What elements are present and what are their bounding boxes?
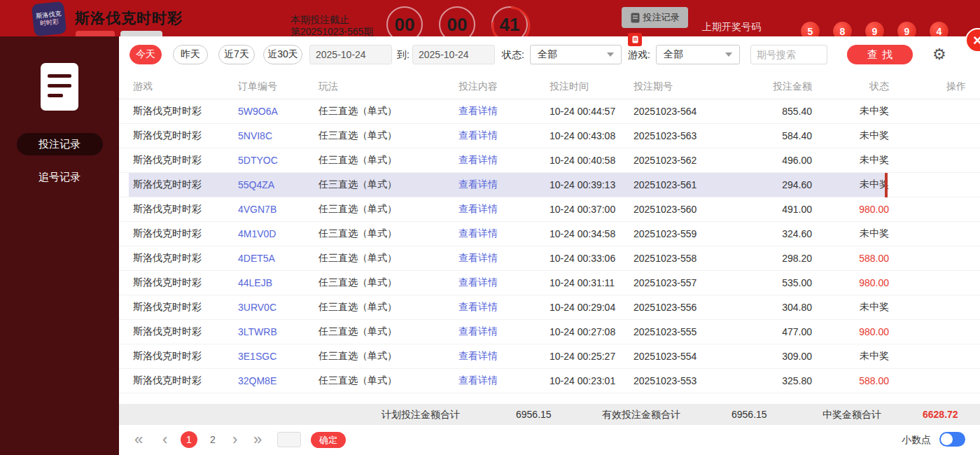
sidebar-item-chase-records[interactable]: 追号记录: [0, 171, 119, 184]
cell-amount: 496.00: [738, 155, 812, 166]
page-confirm-button[interactable]: 确定: [311, 432, 346, 448]
screen: 斯洛伐克 时时彩 斯洛伐克时时彩 本期投注截止 第20251023-565期 0…: [0, 0, 980, 455]
game-filter-label: 游戏:: [628, 49, 650, 62]
cell-game: 斯洛伐克时时彩: [133, 374, 238, 387]
cell-play: 任三直选（单式）: [318, 326, 458, 338]
game-select-value: 全部: [664, 48, 683, 61]
view-detail-link[interactable]: 查看详情: [458, 326, 550, 338]
view-detail-link[interactable]: 查看详情: [458, 154, 550, 167]
view-detail-link[interactable]: 查看详情: [458, 374, 550, 387]
table-row: 斯洛伐克时时彩 5NVI8C 任三直选（单式） 查看详情 10-24 00:43…: [119, 124, 980, 148]
chevron-down-icon: [725, 52, 732, 57]
date-from-input[interactable]: 2025-10-24: [309, 45, 392, 64]
table-row: 斯洛伐克时时彩 4VGN7B 任三直选（单式） 查看详情 10-24 00:37…: [119, 197, 980, 222]
cell-game: 斯洛伐克时时彩: [133, 276, 238, 289]
status-select[interactable]: 全部: [530, 45, 622, 64]
cell-order-link[interactable]: 5DTYOC: [238, 155, 318, 166]
cell-issue: 20251023-562: [634, 155, 738, 166]
cell-order-link[interactable]: 4VGN7B: [238, 204, 318, 215]
cell-order-link[interactable]: 5W9O6A: [238, 106, 318, 117]
last-page-button[interactable]: »: [253, 430, 262, 449]
cell-play: 任三直选（单式）: [318, 252, 458, 265]
cell-amount: 584.40: [738, 130, 812, 141]
deadline-label: 本期投注截止: [290, 14, 373, 26]
win-total-label: 中奖金额合计: [822, 409, 881, 421]
cell-status: 未中奖: [812, 130, 889, 142]
table-row: 斯洛伐克时时彩 3LTWRB 任三直选（单式） 查看详情 10-24 00:27…: [119, 320, 980, 344]
pagination-bar: « ‹ 1 2 › » 确定 小数点: [119, 428, 980, 455]
prev-page-button[interactable]: ‹: [162, 430, 167, 449]
date-to-label: 到:: [397, 49, 410, 62]
cell-order-link[interactable]: 4DET5A: [238, 253, 318, 264]
page-2-button[interactable]: 2: [210, 434, 216, 445]
view-detail-link[interactable]: 查看详情: [458, 105, 550, 118]
filter-yesterday-button[interactable]: 昨天: [173, 45, 208, 64]
issue-search-input[interactable]: [750, 45, 827, 64]
date-to-input[interactable]: 2025-10-24: [412, 45, 495, 64]
search-button[interactable]: 查找: [847, 45, 913, 64]
sidebar-item-bet-records[interactable]: 投注记录: [17, 133, 103, 155]
col-header-content: 投注内容: [458, 80, 550, 93]
cell-order-link[interactable]: 3E1SGC: [238, 351, 318, 362]
view-detail-link[interactable]: 查看详情: [458, 178, 550, 191]
cell-time: 10-24 00:29:04: [550, 302, 634, 313]
page-1-button[interactable]: 1: [181, 431, 197, 448]
first-page-button[interactable]: «: [134, 430, 143, 449]
gear-icon[interactable]: ⚙: [932, 46, 946, 64]
cell-issue: 20251023-555: [634, 326, 738, 337]
cell-game: 斯洛伐克时时彩: [133, 105, 238, 118]
cell-issue: 20251023-554: [634, 351, 738, 362]
view-detail-link[interactable]: 查看详情: [458, 227, 550, 240]
cell-order-link[interactable]: 5NVI8C: [238, 130, 318, 141]
col-header-game: 游戏: [133, 80, 238, 93]
bet-record-button[interactable]: 投注记录: [622, 7, 688, 28]
cell-game: 斯洛伐克时时彩: [133, 350, 238, 363]
col-header-order: 订单编号: [238, 80, 318, 93]
cell-issue: 20251023-560: [634, 204, 738, 215]
deadline-block: 本期投注截止 第20251023-565期: [290, 14, 373, 38]
page-jump-input[interactable]: [277, 432, 301, 447]
cell-issue: 20251023-553: [634, 375, 738, 386]
cell-order-link[interactable]: 4M1V0D: [238, 228, 318, 239]
cell-order-link[interactable]: 3URV0C: [238, 302, 318, 313]
cell-game: 斯洛伐克时时彩: [133, 178, 238, 191]
cell-order-link[interactable]: 32QM8E: [238, 375, 318, 386]
status-select-value: 全部: [538, 48, 557, 61]
cell-time: 10-24 00:31:11: [550, 277, 634, 288]
col-header-operation: 操作: [889, 80, 980, 93]
cell-game: 斯洛伐克时时彩: [133, 154, 238, 167]
cell-order-link[interactable]: 55Q4ZA: [238, 179, 318, 190]
view-detail-link[interactable]: 查看详情: [458, 203, 550, 216]
cell-amount: 324.60: [738, 228, 812, 239]
cell-order-link[interactable]: 3LTWRB: [238, 326, 318, 337]
decimal-toggle-switch[interactable]: [939, 432, 965, 447]
cell-time: 10-24 00:39:13: [550, 179, 634, 190]
valid-total-label: 有效投注金额合计: [602, 409, 680, 421]
table-row: 斯洛伐克时时彩 4M1V0D 任三直选（单式） 查看详情 10-24 00:34…: [119, 222, 980, 246]
logo-text-2: 时时彩: [40, 18, 59, 28]
view-detail-link[interactable]: 查看详情: [458, 130, 550, 142]
cell-status: 588.00: [812, 253, 889, 264]
record-badge-icon[interactable]: [628, 33, 642, 46]
filter-today-button[interactable]: 今天: [130, 45, 162, 64]
view-detail-link[interactable]: 查看详情: [458, 301, 550, 314]
next-page-button[interactable]: ›: [232, 430, 237, 449]
win-total-value: 6628.72: [923, 409, 958, 420]
table-row: 斯洛伐克时时彩 3E1SGC 任三直选（单式） 查看详情 10-24 00:25…: [119, 344, 980, 369]
filter-7days-button[interactable]: 近7天: [218, 45, 255, 64]
cell-time: 10-24 00:33:06: [550, 253, 634, 264]
filter-30days-button[interactable]: 近30天: [263, 45, 302, 64]
cell-issue: 20251023-564: [634, 106, 738, 117]
cell-status: 未中奖: [812, 178, 889, 191]
cell-issue: 20251023-556: [634, 302, 738, 313]
view-detail-link[interactable]: 查看详情: [458, 276, 550, 289]
cell-time: 10-24 00:37:00: [550, 204, 634, 215]
cell-amount: 304.80: [738, 302, 812, 313]
cell-amount: 294.60: [738, 179, 812, 190]
view-detail-link[interactable]: 查看详情: [458, 252, 550, 265]
cell-order-link[interactable]: 44LEJB: [238, 277, 318, 288]
valid-total-value: 6956.15: [732, 409, 767, 420]
game-select[interactable]: 全部: [656, 45, 740, 64]
cell-play: 任三直选（单式）: [318, 130, 458, 142]
view-detail-link[interactable]: 查看详情: [458, 350, 550, 363]
